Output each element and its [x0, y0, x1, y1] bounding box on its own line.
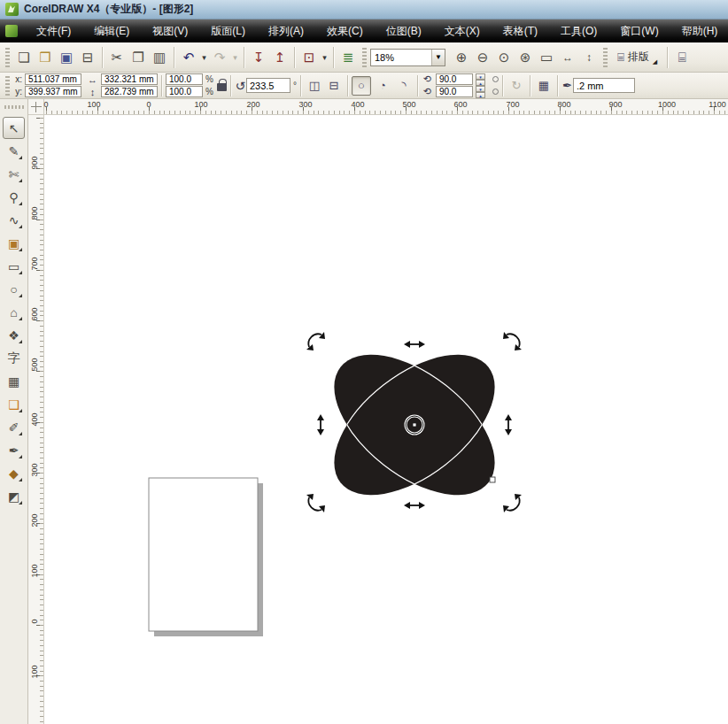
- menu-item[interactable]: 工具(O): [549, 20, 608, 42]
- rotation-angle-field[interactable]: [246, 78, 290, 93]
- table-tool[interactable]: ▦: [3, 370, 25, 392]
- zoom-to-page-width-button[interactable]: ↔: [557, 47, 578, 68]
- menu-item[interactable]: 编辑(E): [82, 20, 141, 42]
- menu-item[interactable]: 位图(B): [375, 20, 433, 42]
- toolbar-grip[interactable]: [5, 76, 10, 96]
- zoom-to-page-button[interactable]: ▭: [536, 47, 557, 68]
- chevron-down-icon[interactable]: ▼: [431, 50, 445, 65]
- interactive-fill-tool[interactable]: ◩: [3, 485, 25, 507]
- blend-tool[interactable]: ❑: [3, 393, 25, 415]
- print-button[interactable]: ⊟: [77, 47, 98, 68]
- toolbar-grip[interactable]: [5, 48, 10, 67]
- scale-fields: % %: [166, 73, 213, 97]
- new-document-button[interactable]: ❏: [13, 47, 35, 68]
- zoom-level-combo[interactable]: ▼: [370, 49, 445, 66]
- menu-item[interactable]: 窗口(W): [608, 20, 670, 42]
- basic-shapes-tool[interactable]: ❖: [3, 324, 25, 346]
- toolbar-grip[interactable]: [603, 48, 608, 67]
- separator: [300, 75, 301, 96]
- outline-pen-tool[interactable]: ✒: [3, 439, 25, 461]
- shape-tool[interactable]: ✎: [3, 140, 25, 162]
- vertical-ruler[interactable]: 9008007006005004003002001000100: [28, 115, 44, 724]
- menu-item[interactable]: 排列(A): [257, 20, 315, 42]
- mirror-vertical-button[interactable]: ⊟: [324, 76, 344, 96]
- pie-mode-button[interactable]: ◔: [373, 76, 392, 96]
- object-width-field[interactable]: [101, 73, 158, 85]
- fill-tool[interactable]: ◆: [3, 462, 25, 484]
- separator: [557, 75, 558, 96]
- launcher-dropdown[interactable]: ▾: [320, 47, 329, 68]
- ruler-origin-button[interactable]: [28, 99, 44, 115]
- menu-item[interactable]: 文件(F): [25, 20, 82, 42]
- toolbox: ↖✎✄⚲∿▣▭○⌂❖字▦❑✐✒◆◩: [0, 115, 28, 724]
- wrap-paragraph-text-button[interactable]: ▦: [534, 76, 554, 96]
- skew-handle-left: [317, 414, 324, 435]
- pick-tool[interactable]: ↖: [3, 117, 25, 139]
- paste-button[interactable]: ▥: [149, 47, 170, 68]
- toolbar-grip[interactable]: [362, 48, 367, 67]
- arc-start-spinner[interactable]: ▾▴: [476, 73, 485, 86]
- x-position-field[interactable]: [25, 73, 81, 85]
- mirror-horizontal-button[interactable]: ◫: [305, 76, 324, 96]
- redo-button[interactable]: ↷: [209, 47, 230, 68]
- scale-horizontal-field[interactable]: [166, 73, 203, 85]
- skew-handle-right: [505, 414, 512, 435]
- ellipse-tool[interactable]: ○: [3, 278, 25, 300]
- zoom-to-all-objects-button[interactable]: ⊛: [515, 47, 536, 68]
- import-button[interactable]: ↧: [248, 47, 269, 68]
- menu-item[interactable]: 视图(V): [141, 20, 199, 42]
- zoom-level-input[interactable]: [371, 50, 431, 65]
- open-button[interactable]: ❒: [35, 47, 56, 68]
- application-launcher-button[interactable]: ⊡: [298, 47, 320, 68]
- smart-fill-tool[interactable]: ▣: [3, 232, 25, 254]
- redo-dropdown[interactable]: ▾: [230, 47, 240, 68]
- crop-tool[interactable]: ✄: [3, 163, 25, 185]
- arc-mode-button[interactable]: ◝: [394, 76, 414, 96]
- text-tool[interactable]: 字: [3, 347, 25, 369]
- polygon-tool[interactable]: ⌂: [3, 301, 25, 323]
- options-checklist-button[interactable]: ≣: [337, 47, 359, 68]
- zoom-out-button[interactable]: ⊖: [472, 47, 493, 68]
- ellipse-mode-button[interactable]: ○: [352, 76, 371, 96]
- export-button[interactable]: ↥: [269, 47, 290, 68]
- menu-item[interactable]: 表格(T): [492, 20, 549, 42]
- arc-start-angle-field[interactable]: [436, 73, 473, 85]
- y-position-field[interactable]: [25, 86, 81, 97]
- outline-width-field[interactable]: [573, 78, 635, 93]
- scale-vertical-field[interactable]: [166, 86, 203, 97]
- menu-item[interactable]: 帮助(H): [670, 20, 728, 42]
- object-height-field[interactable]: [101, 86, 158, 97]
- menu-item[interactable]: 文本(X): [433, 20, 492, 42]
- layout-extra-button[interactable]: ⌸: [671, 47, 693, 68]
- layout-imposition-button[interactable]: ⌸ 排版 ◢: [611, 47, 663, 68]
- undo-button[interactable]: ↶: [178, 47, 199, 68]
- freehand-tool[interactable]: ∿: [3, 209, 25, 231]
- menu-item[interactable]: 版面(L): [199, 20, 257, 42]
- zoom-tool[interactable]: ⚲: [3, 186, 25, 208]
- rectangle-tool[interactable]: ▭: [3, 255, 25, 277]
- lock-ratio-icon[interactable]: [217, 83, 227, 91]
- cut-button[interactable]: ✂: [106, 47, 128, 68]
- undo-dropdown[interactable]: ▾: [199, 47, 209, 68]
- arc-end-angle-field[interactable]: [436, 86, 473, 97]
- main-area: ↖✎✄⚲∿▣▭○⌂❖字▦❑✐✒◆◩ 9008007006005004003002…: [0, 115, 728, 724]
- direction-dot[interactable]: [492, 89, 499, 95]
- outline-width-icon: ✒: [561, 79, 573, 92]
- toolbox-grip[interactable]: [4, 105, 24, 109]
- drawing-canvas[interactable]: [44, 115, 728, 724]
- copy-button[interactable]: ❐: [128, 47, 149, 68]
- direction-dot[interactable]: [492, 76, 499, 82]
- ruler-label: 1000: [658, 100, 676, 109]
- menu-item[interactable]: 效果(C): [315, 20, 375, 42]
- zoom-in-button[interactable]: ⊕: [451, 47, 472, 68]
- title-bar[interactable]: CorelDRAW X4（专业版）- [图形2]: [0, 0, 728, 19]
- zoom-to-selection-button[interactable]: ⊙: [493, 47, 515, 68]
- eyedropper-tool[interactable]: ✐: [3, 416, 25, 438]
- coreldraw-window: CorelDRAW X4（专业版）- [图形2] 文件(F)编辑(E)视图(V)…: [0, 0, 728, 724]
- arc-end-spinner[interactable]: ▾▴: [476, 86, 485, 98]
- save-button[interactable]: ▣: [56, 47, 77, 68]
- rotate-handle-top-right: [503, 332, 522, 350]
- zoom-to-page-height-button[interactable]: ↕: [578, 47, 600, 68]
- horizontal-ruler[interactable]: 0100010020030040050060070080090010001100: [44, 99, 728, 115]
- change-direction-button[interactable]: ↻: [507, 76, 526, 96]
